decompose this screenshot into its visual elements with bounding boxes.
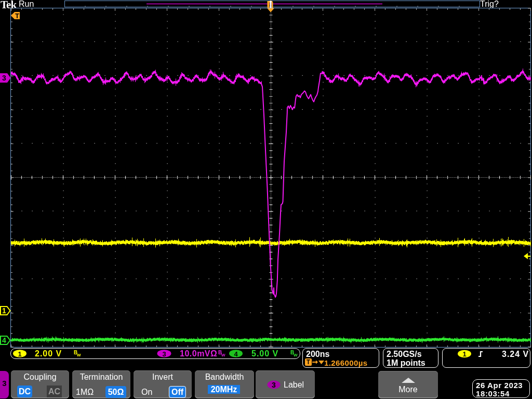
svg-text:3: 3 xyxy=(162,350,166,358)
svg-text:W: W xyxy=(221,353,225,357)
svg-text:3: 3 xyxy=(272,381,276,389)
svg-text:2.00 V: 2.00 V xyxy=(35,349,62,358)
svg-text:1: 1 xyxy=(2,307,6,315)
svg-text:5.00 V: 5.00 V xyxy=(251,349,278,358)
svg-text:1: 1 xyxy=(18,350,21,358)
svg-text:4: 4 xyxy=(2,336,6,344)
svg-text:W: W xyxy=(294,353,298,357)
svg-text:1: 1 xyxy=(462,350,466,358)
svg-text:3: 3 xyxy=(2,74,6,82)
svg-text:3.24 V: 3.24 V xyxy=(502,350,529,358)
svg-text:T: T xyxy=(15,12,19,20)
svg-text:W: W xyxy=(77,353,81,357)
svg-text:10.0mVΩ: 10.0mVΩ xyxy=(180,349,217,358)
svg-text:4: 4 xyxy=(234,350,238,358)
